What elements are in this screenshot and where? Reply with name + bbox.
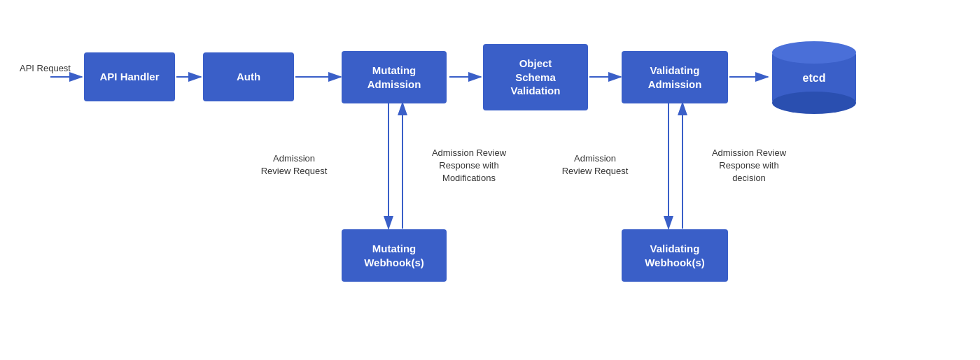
svg-point-14 — [772, 92, 856, 114]
validating-admission-box: ValidatingAdmission — [622, 51, 728, 103]
api-request-label: API Request — [20, 63, 71, 73]
admission-review-response-1-label: Admission ReviewResponse withModificatio… — [420, 147, 518, 185]
admission-review-request-2-label: AdmissionReview Request — [556, 152, 634, 178]
admission-review-request-1-label: AdmissionReview Request — [255, 152, 332, 178]
mutating-webhooks-box: MutatingWebhook(s) — [342, 229, 447, 282]
mutating-admission-box: MutatingAdmission — [342, 51, 447, 103]
object-schema-validation-box: ObjectSchemaValidation — [483, 44, 588, 110]
validating-webhooks-box: ValidatingWebhook(s) — [622, 229, 728, 282]
etcd-cylinder: etcd — [769, 38, 860, 115]
admission-review-response-2-label: Admission ReviewResponse withdecision — [700, 147, 798, 185]
svg-point-13 — [772, 41, 856, 64]
diagram-container: API Request API Handler Auth MutatingAdm… — [0, 0, 980, 360]
auth-box: Auth — [203, 52, 294, 101]
svg-text:etcd: etcd — [803, 72, 826, 84]
api-handler-box: API Handler — [84, 52, 175, 101]
